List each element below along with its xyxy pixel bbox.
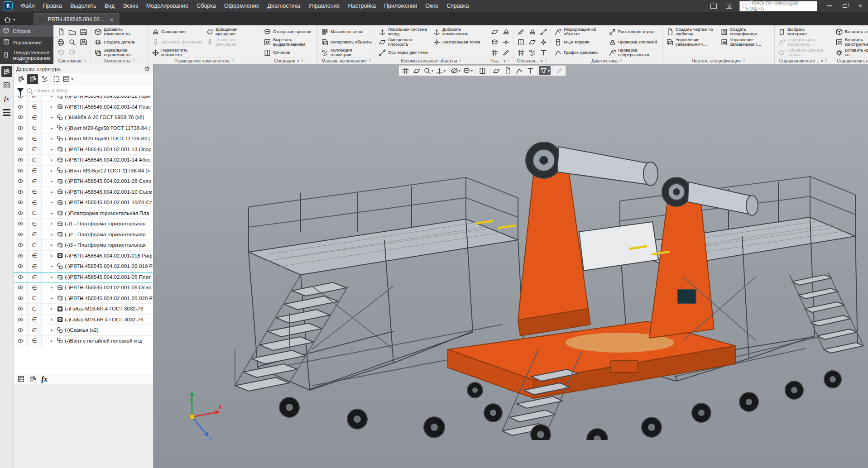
visibility-toggle[interactable] (14, 102, 28, 112)
grid-array-button[interactable]: Массив по сетке (320, 27, 373, 37)
tree-item-label[interactable]: (-)Гайка М16-6Н.4 ГОСТ 3032-76 (65, 306, 143, 311)
roughness-icon[interactable] (515, 27, 526, 37)
expand-arrow-icon[interactable]: ▸ (51, 306, 55, 311)
screen-settings-icon[interactable] (722, 1, 736, 10)
annotation-view-button[interactable] (525, 66, 536, 75)
model-3d[interactable] (221, 96, 864, 440)
copy-objects-button[interactable]: Копировать объекты (320, 37, 373, 47)
dim-diametral-icon[interactable] (500, 37, 511, 47)
distance-angle-button[interactable]: Расстояние и угол (607, 27, 661, 37)
create-spec-button[interactable]: Создать спецификаци... (719, 27, 772, 37)
ribbon-group-label[interactable]: Раз...▾⠿ (487, 57, 513, 64)
tree-row[interactable]: ∈▸(-)РВТН.458545.004.02.001-06 Осно (14, 282, 153, 293)
visibility-toggle[interactable] (14, 123, 28, 134)
tree-item-label[interactable]: (-)Гайка М16-6Н.4 ГОСТ 3032-76 (65, 317, 143, 322)
tree-numbered-icon[interactable] (15, 74, 26, 84)
ribbon-group-label[interactable]: Справочник стан...▾⠿ (832, 57, 868, 64)
geometry-collection-button[interactable]: Коллекция геометрии (320, 48, 373, 57)
expand-arrow-icon[interactable]: ▸ (51, 190, 55, 194)
close-button[interactable]: × (853, 0, 868, 12)
simple-hole-button[interactable]: Отверстие простое (262, 27, 316, 37)
tree-item-label[interactable]: (-)Винт с потайной головкой и ш (65, 338, 142, 344)
expand-arrow-icon[interactable]: ▸ (51, 264, 55, 268)
ribbon-group-label[interactable]: Обознач...▾⠿ (513, 57, 551, 64)
menu-item-10[interactable]: Управление (304, 0, 344, 12)
create-part-button[interactable]: Создать деталь (93, 37, 146, 47)
dim-linear-icon[interactable] (489, 27, 500, 37)
object-filter-button[interactable]: ▾ (539, 66, 551, 75)
structure-tree-icon[interactable] (1, 66, 12, 77)
local-cs-button[interactable]: Локальная система коорд... (377, 27, 431, 37)
tree-row[interactable]: ∈▸(-)2 - Платформа горизонтальная (14, 229, 153, 240)
expand-arrow-icon[interactable]: ▸ (51, 105, 55, 109)
ribbon-group-label[interactable]: Диагностика⠿ (551, 57, 662, 64)
visibility-toggle[interactable] (14, 315, 28, 325)
insert-constructive-button[interactable]: Вставить конструктивн... (834, 37, 868, 47)
insert-element-button[interactable]: Вставить элемент (834, 27, 868, 37)
parameters-list-icon[interactable] (1, 80, 12, 91)
ribbon-group-label[interactable]: Операции▾⠿ (260, 57, 317, 64)
expand-arrow-icon[interactable]: ▸ (51, 211, 55, 215)
show-components-icon[interactable] (39, 74, 50, 84)
expand-arrow-icon[interactable]: ▸ (51, 200, 55, 205)
leader-icon[interactable] (538, 27, 549, 37)
tree-row[interactable]: ∈▸(-)Гайка М16-6Н.4 ГОСТ 3032-76 (14, 315, 153, 325)
expand-arrow-icon[interactable]: ▸ (51, 232, 55, 237)
tree-item-label[interactable]: (-)РВТН.458545.004.02.001-00-019 Р (65, 263, 153, 269)
datum-icon[interactable] (527, 27, 537, 37)
selection-frame-icon[interactable] (51, 74, 62, 84)
mark-icon[interactable] (515, 48, 526, 57)
expand-arrow-icon[interactable]: ▸ (51, 168, 55, 173)
tree-row[interactable]: ∈▸(-)РВТН.458545.004.02.001-04 Повс (14, 102, 153, 113)
expand-arrow-icon[interactable]: ▸ (51, 136, 55, 141)
tree-item-label[interactable]: (-)РВТН.458545.004.02.001-018 Риф (65, 253, 152, 258)
expand-arrow-icon[interactable]: ▸ (51, 221, 55, 226)
tree-item-label[interactable]: (-)Винт М20-6gх60 ГОСТ 11738-84 ( (65, 136, 150, 141)
tree-item-label[interactable]: (-)РВТН.458545.004.02.001-05 Плат (65, 274, 151, 280)
section-planes-button[interactable] (491, 66, 502, 75)
expand-arrow-icon[interactable]: ▸ (51, 115, 55, 119)
tree-item-label[interactable]: (-)3 - Платформа горизонтальная (65, 242, 146, 248)
minimize-button[interactable] (822, 0, 837, 12)
collision-check-button[interactable]: Проверка коллизий (607, 37, 661, 47)
visibility-toggle[interactable] (14, 208, 28, 219)
visibility-toggle[interactable] (14, 336, 28, 346)
tree-item-label[interactable]: (-)РВТН.458545.004.02.001-10/01 Ст (65, 200, 152, 205)
menu-item-8[interactable]: Оформление (220, 0, 264, 12)
workplane-button[interactable] (411, 66, 422, 75)
tree-row-selected[interactable]: ∈▸(-)РВТН.458545.004.02.001-05 Плат (14, 272, 153, 283)
filter-funnel-icon[interactable] (17, 88, 24, 93)
tree-item-label[interactable]: (-)РВТН.458545.004.02.001-14 Абсс (65, 157, 150, 162)
tree-row[interactable]: ∈▸(-)РВТН.458545.004.02.001-08 Солн (14, 176, 153, 187)
arrow-note-icon[interactable] (527, 48, 537, 57)
tree-item-label[interactable]: (-)1 - Платформа горизонтальная (65, 221, 146, 226)
object-info-button[interactable]: Информация об объекте (553, 27, 606, 37)
section-button[interactable]: Сечение (262, 48, 316, 57)
menu-item-6[interactable]: Моделирование (142, 0, 193, 12)
viewport-3d[interactable]: ▾▾▾▾▾ (153, 64, 868, 468)
expand-arrow-icon[interactable]: ▸ (51, 275, 55, 279)
move-component-button[interactable]: Переместить компонент (150, 48, 204, 57)
visibility-toggle[interactable] (14, 304, 28, 314)
visibility-toggle[interactable] (14, 272, 28, 282)
manage-specs-button[interactable]: Управление связанными с... (719, 37, 772, 47)
tree-row[interactable]: ∈▸(-)РВТН.458545.004.02.001-13 Опор (14, 144, 153, 155)
tree-row[interactable]: ∈▸(-)3 - Платформа горизонтальная (14, 240, 153, 251)
mass-properties-button[interactable]: МЦХ модели (553, 37, 606, 47)
expand-arrow-icon[interactable]: ▸ (51, 243, 55, 247)
tree-item-label[interactable]: (-)РВТН.458545.004.02.001-13 Опор (65, 147, 152, 152)
tree-row[interactable]: ∈▸(-)Шайба А 20 ГОСТ 6958-78 (х8) (14, 112, 153, 123)
expand-arrow-icon[interactable]: ▸ (51, 158, 55, 162)
ribbon-group-label[interactable]: Справочник мате...▾⠿ (775, 57, 832, 64)
command-search-input[interactable]: Поиск по командам (Alt+/) (739, 1, 817, 11)
offset-plane-button[interactable]: Смещенная плоскость (377, 37, 431, 47)
tab-close-icon[interactable]: × (109, 16, 114, 23)
print-preview-icon[interactable] (67, 37, 77, 47)
visibility-toggle[interactable] (14, 155, 28, 165)
visibility-toggle[interactable] (14, 240, 28, 250)
print-icon[interactable] (55, 37, 66, 47)
tree-row[interactable]: ∈▸(-)1 - Платформа горизонтальная (14, 219, 153, 229)
create-drawing-button[interactable]: Создать чертеж по шаблону (665, 27, 718, 37)
tree-row[interactable]: ∈▸(-)Винт с потайной головкой и ш (14, 336, 153, 347)
visibility-toggle[interactable] (14, 293, 28, 304)
